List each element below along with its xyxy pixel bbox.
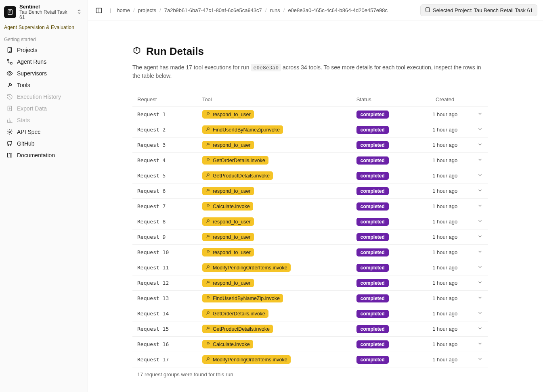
sidebar-item-label: Agent Runs	[17, 58, 46, 65]
expand-cell[interactable]	[472, 168, 488, 183]
table-row[interactable]: Request 11ModifyPendingOrderItems.invoke…	[132, 260, 488, 275]
expand-cell[interactable]	[472, 214, 488, 229]
chevron-down-icon	[477, 142, 483, 148]
created-cell: 1 hour ago	[417, 199, 472, 214]
sidebar-item-projects[interactable]: Projects	[2, 44, 85, 56]
breadcrumb-item[interactable]: e0e8e3a0-465c-4c64-b864-4d20e457e98c	[288, 7, 388, 13]
chevrons-up-down-icon[interactable]	[75, 7, 84, 17]
status-cell: completed	[352, 245, 418, 260]
tool-label: Calculate.invoke	[213, 204, 250, 209]
sidebar: Sentinel Tau Bench Retail Task 61 Agent …	[0, 0, 88, 392]
table-row[interactable]: Request 4GetOrderDetails.invokecompleted…	[132, 153, 488, 168]
request-cell: Request 17	[132, 352, 197, 367]
status-badge: completed	[356, 233, 389, 241]
tool-cell: FindUserIdByNameZip.invoke	[197, 291, 352, 306]
created-cell: 1 hour ago	[417, 107, 472, 122]
status-cell: completed	[352, 183, 418, 199]
table-row[interactable]: Request 13FindUserIdByNameZip.invokecomp…	[132, 291, 488, 306]
status-badge: completed	[356, 279, 389, 287]
table-row[interactable]: Request 12respond_to_usercompleted1 hour…	[132, 275, 488, 291]
table-row[interactable]: Request 3respond_to_usercompleted1 hour …	[132, 138, 488, 153]
expand-cell[interactable]	[472, 199, 488, 214]
status-cell: completed	[352, 337, 418, 352]
chevron-down-icon	[477, 250, 483, 256]
tool-cell: GetProductDetails.invoke	[197, 168, 352, 183]
table-row[interactable]: Request 17ModifyPendingOrderItems.invoke…	[132, 352, 488, 367]
panel-toggle-icon[interactable]	[94, 5, 104, 16]
table-row[interactable]: Request 1respond_to_usercompleted1 hour …	[132, 107, 488, 122]
expand-cell[interactable]	[472, 245, 488, 260]
status-cell: completed	[352, 107, 418, 122]
expand-cell[interactable]	[472, 275, 488, 291]
svg-rect-7	[96, 8, 102, 13]
table-row[interactable]: Request 7Calculate.invokecompleted1 hour…	[132, 199, 488, 214]
table-row[interactable]: Request 15GetProductDetails.invokecomple…	[132, 321, 488, 337]
breadcrumb-item[interactable]: runs	[270, 7, 280, 13]
request-cell: Request 13	[132, 291, 197, 306]
table-row[interactable]: Request 2FindUserIdByNameZip.invokecompl…	[132, 122, 488, 138]
expand-cell[interactable]	[472, 183, 488, 199]
svg-rect-3	[10, 63, 12, 64]
sidebar-item-api-spec[interactable]: API Spec	[2, 126, 85, 138]
sidebar-item-tools[interactable]: Tools	[2, 79, 85, 91]
stats-icon	[6, 117, 13, 123]
breadcrumb-sep: /	[159, 7, 161, 13]
sidebar-section-label: Getting started	[0, 33, 88, 44]
tool-label: Calculate.invoke	[213, 342, 250, 347]
expand-cell[interactable]	[472, 306, 488, 321]
request-cell: Request 8	[132, 214, 197, 229]
request-cell: Request 3	[132, 138, 197, 153]
sidebar-item-label: Supervisors	[17, 70, 47, 77]
table-row[interactable]: Request 14GetOrderDetails.invokecomplete…	[132, 306, 488, 321]
tool-label: GetOrderDetails.invoke	[213, 158, 265, 163]
run-icon	[132, 45, 141, 58]
expand-cell[interactable]	[472, 337, 488, 352]
expand-cell[interactable]	[472, 229, 488, 245]
expand-cell[interactable]	[472, 107, 488, 122]
breadcrumb-item[interactable]: projects	[138, 7, 157, 13]
axe-icon	[6, 82, 13, 88]
expand-cell[interactable]	[472, 321, 488, 337]
building-icon	[6, 47, 13, 53]
sidebar-item-label: Execution History	[17, 94, 61, 100]
chevron-down-icon	[477, 204, 483, 210]
sidebar-item-supervisors[interactable]: Supervisors	[2, 68, 85, 79]
sidebar-item-documentation[interactable]: Documentation	[2, 150, 85, 161]
selected-project-badge[interactable]: Selected Project: Tau Bench Retail Task …	[420, 4, 537, 16]
axe-icon	[205, 173, 210, 179]
chevron-down-icon	[477, 127, 483, 133]
breadcrumb-sep: /	[283, 7, 285, 13]
svg-rect-2	[7, 59, 9, 61]
expand-cell[interactable]	[472, 153, 488, 168]
created-cell: 1 hour ago	[417, 275, 472, 291]
table-row[interactable]: Request 16Calculate.invokecompleted1 hou…	[132, 337, 488, 352]
breadcrumb-item[interactable]: home	[117, 7, 130, 13]
tool-pill: respond_to_user	[202, 187, 254, 195]
sidebar-item-agent-runs[interactable]: Agent Runs	[2, 56, 85, 67]
chevron-down-icon	[477, 265, 483, 271]
sidebar-item-github[interactable]: GitHub	[2, 138, 85, 149]
request-cell: Request 5	[132, 168, 197, 183]
expand-cell[interactable]	[472, 260, 488, 275]
table-row[interactable]: Request 6respond_to_usercompleted1 hour …	[132, 183, 488, 199]
breadcrumb-item[interactable]: 7a2b9b61-6ba7-47c1-80af-6c6e5ca943c7	[164, 7, 262, 13]
request-cell: Request 4	[132, 153, 197, 168]
axe-icon	[205, 311, 210, 317]
app-switcher[interactable]: Sentinel Tau Bench Retail Task 61	[0, 0, 88, 23]
axe-icon	[205, 234, 210, 240]
table-row[interactable]: Request 10respond_to_usercompleted1 hour…	[132, 245, 488, 260]
expand-cell[interactable]	[472, 352, 488, 367]
table-row[interactable]: Request 8respond_to_usercompleted1 hour …	[132, 214, 488, 229]
table-row[interactable]: Request 5GetProductDetails.invokecomplet…	[132, 168, 488, 183]
table-row[interactable]: Request 9respond_to_usercompleted1 hour …	[132, 229, 488, 245]
eye-cog-icon	[6, 70, 13, 77]
tool-pill: FindUserIdByNameZip.invoke	[202, 294, 283, 302]
expand-cell[interactable]	[472, 122, 488, 138]
col-request: Request	[132, 92, 197, 107]
created-cell: 1 hour ago	[417, 153, 472, 168]
tool-pill: respond_to_user	[202, 141, 254, 149]
request-cell: Request 2	[132, 122, 197, 138]
tool-pill: Calculate.invoke	[202, 202, 253, 211]
expand-cell[interactable]	[472, 138, 488, 153]
expand-cell[interactable]	[472, 291, 488, 306]
